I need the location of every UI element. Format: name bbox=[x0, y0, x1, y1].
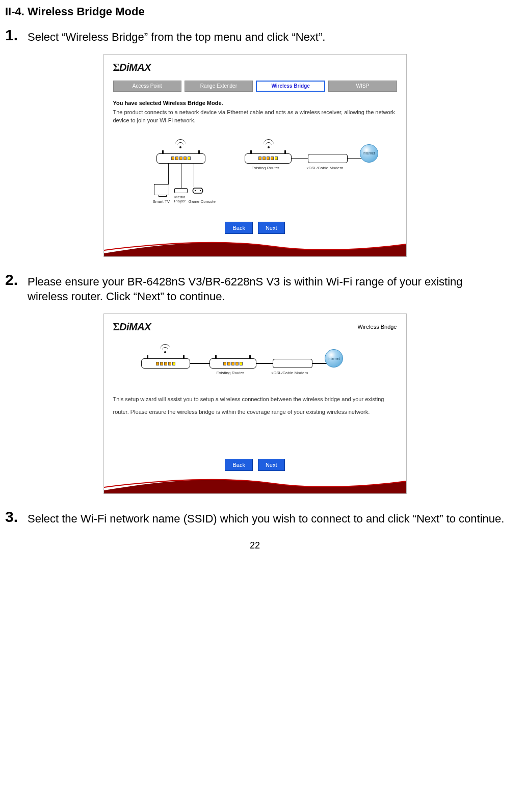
mode-heading: You have selected Wireless Bridge Mode. bbox=[113, 100, 397, 106]
internet-globe-icon: Internet bbox=[360, 144, 378, 163]
connector-line bbox=[168, 164, 169, 184]
step-3-number: 3. bbox=[5, 509, 23, 525]
wifi-icon bbox=[264, 139, 274, 148]
modem-icon bbox=[273, 359, 312, 368]
step-2-number: 2. bbox=[5, 272, 23, 287]
next-button[interactable]: Next bbox=[258, 222, 285, 234]
step-1-text: Select “Wireless Bridge” from the top me… bbox=[28, 28, 325, 45]
section-heading: II-4. Wireless Bridge Mode bbox=[5, 5, 505, 18]
step-3-text: Select the Wi-Fi network name (SSID) whi… bbox=[28, 509, 504, 527]
mode-description: The product connects to a network device… bbox=[113, 108, 397, 125]
connector-line bbox=[292, 158, 308, 159]
internet-globe-icon: Internet bbox=[325, 349, 343, 368]
diagram-setup-wizard: Existing Router xDSL/Cable Modem Interne… bbox=[113, 344, 397, 390]
wifi-icon bbox=[175, 139, 186, 148]
label-existing-router: Existing Router bbox=[252, 166, 279, 170]
screenshot-panel-1: ΣDiMAX Access Point Range Extender Wirel… bbox=[103, 54, 407, 257]
bridge-device-icon bbox=[156, 153, 205, 164]
mode-tabs: Access Point Range Extender Wireless Bri… bbox=[113, 81, 397, 92]
step-1: 1. Select “Wireless Bridge” from the top… bbox=[5, 28, 505, 45]
connector-line bbox=[348, 158, 362, 159]
label-existing-router: Existing Router bbox=[217, 371, 244, 375]
label-game-console: Game Console bbox=[189, 199, 216, 204]
existing-router-icon bbox=[209, 358, 256, 369]
connector-line bbox=[181, 164, 182, 188]
diagram-bridge-mode: Existing Router xDSL/Cable Modem Interne… bbox=[113, 136, 397, 213]
label-smart-tv: Smart TV bbox=[153, 199, 170, 204]
current-mode-label: Wireless Bridge bbox=[113, 324, 397, 330]
step-1-number: 1. bbox=[5, 28, 23, 43]
edimax-logo: ΣDiMAX bbox=[113, 62, 397, 73]
existing-router-icon bbox=[245, 153, 292, 164]
smart-tv-icon bbox=[154, 184, 169, 195]
tab-wireless-bridge[interactable]: Wireless Bridge bbox=[256, 81, 325, 92]
next-button[interactable]: Next bbox=[258, 459, 285, 471]
connector-line bbox=[190, 363, 209, 364]
label-modem: xDSL/Cable Modem bbox=[272, 371, 308, 375]
footer-swoosh bbox=[104, 239, 406, 256]
label-modem: xDSL/Cable Modem bbox=[307, 166, 344, 170]
screenshot-panel-2: ΣDiMAX Wireless Bridge bbox=[103, 313, 407, 494]
page-number: 22 bbox=[5, 540, 505, 551]
svg-point-1 bbox=[199, 190, 200, 191]
label-media-player: Media Player bbox=[174, 195, 186, 204]
tab-access-point[interactable]: Access Point bbox=[113, 81, 181, 92]
game-console-icon bbox=[191, 187, 205, 194]
back-button[interactable]: Back bbox=[225, 222, 252, 234]
svg-point-0 bbox=[194, 190, 195, 191]
modem-icon bbox=[308, 154, 348, 163]
tab-wisp[interactable]: WISP bbox=[328, 81, 397, 92]
connector-line bbox=[194, 164, 195, 187]
media-player-icon bbox=[174, 188, 188, 193]
connector-line bbox=[312, 363, 327, 364]
wifi-icon bbox=[160, 344, 170, 353]
step-2-text: Please ensure your BR-6428nS V3/BR-6228n… bbox=[28, 272, 505, 304]
bridge-device-icon bbox=[141, 358, 190, 369]
back-button[interactable]: Back bbox=[225, 459, 252, 471]
tab-range-extender[interactable]: Range Extender bbox=[185, 81, 253, 92]
step-3: 3. Select the Wi-Fi network name (SSID) … bbox=[5, 509, 505, 527]
footer-swoosh bbox=[104, 476, 406, 493]
step-2: 2. Please ensure your BR-6428nS V3/BR-62… bbox=[5, 272, 505, 304]
connector-line bbox=[256, 363, 273, 364]
setup-description: This setup wizard will assist you to set… bbox=[113, 393, 397, 419]
